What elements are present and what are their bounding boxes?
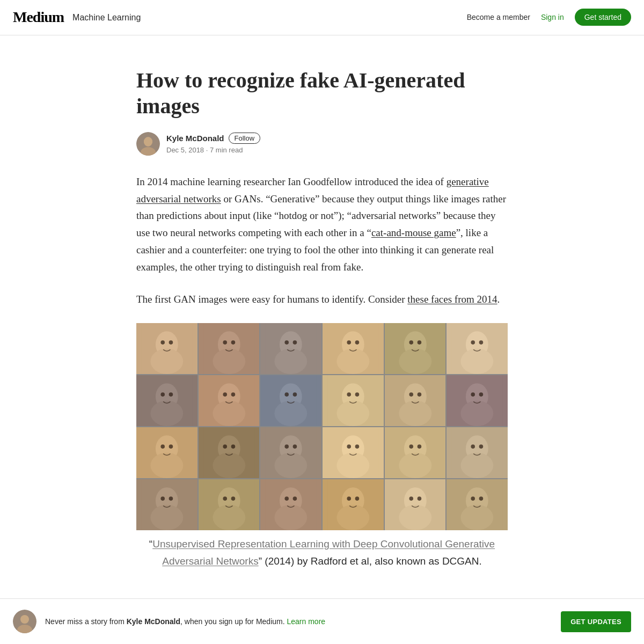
face-cell	[199, 479, 260, 530]
svg-point-101	[213, 504, 245, 530]
svg-point-83	[355, 444, 360, 449]
svg-point-22	[347, 340, 351, 345]
svg-point-17	[285, 340, 289, 345]
svg-point-57	[409, 392, 413, 397]
face-cell	[136, 375, 197, 426]
face-cell	[447, 323, 508, 374]
svg-point-8	[169, 340, 173, 345]
face-cell	[260, 479, 321, 530]
author-name[interactable]: Kyle McDonald	[166, 132, 224, 145]
article-main: How to recognize fake AI-generated image…	[123, 35, 521, 630]
face-cell	[260, 375, 321, 426]
face-cell	[323, 375, 384, 426]
author-info: Kyle McDonald Follow Dec 5, 2018 · 7 min…	[166, 132, 260, 156]
svg-point-46	[275, 400, 308, 426]
svg-point-56	[399, 400, 431, 426]
svg-point-36	[150, 400, 183, 426]
svg-point-112	[347, 496, 351, 501]
face-cell	[136, 323, 197, 374]
svg-point-77	[285, 444, 289, 449]
article-body: In 2014 machine learning researcher Ian …	[136, 173, 508, 570]
svg-point-42	[223, 392, 227, 397]
author-meta: Dec 5, 2018 · 7 min read	[166, 145, 260, 156]
svg-point-92	[471, 444, 475, 449]
medium-logo[interactable]: Medium	[13, 5, 64, 30]
svg-point-76	[275, 452, 308, 478]
svg-point-38	[169, 392, 173, 397]
svg-point-18	[293, 340, 297, 345]
face-cell	[385, 479, 446, 530]
these-faces-link[interactable]: these faces from 2014	[407, 294, 497, 305]
face-cell	[199, 375, 260, 426]
svg-point-47	[285, 392, 289, 397]
svg-point-111	[336, 504, 369, 530]
header-left: Medium Machine Learning	[13, 5, 467, 30]
svg-point-41	[213, 400, 245, 426]
sign-in-link[interactable]: Sign in	[541, 11, 564, 23]
bottom-banner: Never miss a story from Kyle McDonald, w…	[0, 598, 644, 630]
cat-mouse-link[interactable]: cat-and-mouse game	[371, 227, 456, 238]
svg-point-91	[461, 452, 494, 478]
face-cell	[323, 479, 384, 530]
publication-name[interactable]: Machine Learning	[72, 11, 141, 25]
svg-point-78	[293, 444, 297, 449]
svg-point-121	[461, 504, 494, 530]
svg-point-7	[160, 340, 165, 345]
svg-point-6	[150, 348, 183, 374]
svg-point-73	[231, 444, 235, 449]
face-cell	[385, 323, 446, 374]
svg-point-88	[417, 444, 421, 449]
svg-point-122	[471, 496, 475, 501]
banner-avatar	[13, 610, 36, 630]
svg-point-118	[417, 496, 421, 501]
svg-point-53	[355, 392, 360, 397]
paragraph-2: The first GAN images were easy for human…	[136, 291, 508, 308]
face-cell	[385, 427, 446, 478]
image-grid-container: “Unsupervised Representation Learning wi…	[136, 323, 508, 570]
svg-point-12	[223, 340, 227, 345]
svg-point-86	[399, 452, 431, 478]
svg-point-67	[160, 444, 165, 449]
author-row: Kyle McDonald Follow Dec 5, 2018 · 7 min…	[136, 132, 508, 156]
svg-point-117	[409, 496, 413, 501]
svg-point-96	[150, 504, 183, 530]
face-cell	[199, 427, 260, 478]
svg-point-27	[409, 340, 413, 345]
follow-button[interactable]: Follow	[229, 133, 261, 144]
face-cell	[199, 323, 260, 374]
banner-text: Never miss a story from Kyle McDonald, w…	[45, 616, 552, 627]
svg-point-48	[293, 392, 297, 397]
svg-point-33	[479, 340, 484, 345]
become-member-link[interactable]: Become a member	[467, 11, 530, 23]
svg-point-116	[399, 504, 431, 530]
svg-point-62	[471, 392, 475, 397]
get-started-button[interactable]: Get started	[575, 9, 631, 26]
paragraph-1: In 2014 machine learning researcher Ian …	[136, 173, 508, 276]
face-cell	[447, 427, 508, 478]
site-header: Medium Machine Learning Become a member …	[0, 0, 644, 35]
svg-point-63	[479, 392, 484, 397]
faces-image-grid	[136, 323, 508, 530]
face-cell	[385, 375, 446, 426]
svg-point-82	[347, 444, 351, 449]
svg-point-107	[285, 496, 289, 501]
face-cell	[323, 323, 384, 374]
svg-point-113	[355, 496, 360, 501]
svg-point-13	[231, 340, 235, 345]
header-nav: Become a member Sign in Get started	[467, 9, 631, 26]
svg-point-98	[169, 496, 173, 501]
svg-point-87	[409, 444, 413, 449]
learn-more-link[interactable]: Learn more	[287, 617, 326, 626]
svg-point-81	[336, 452, 369, 478]
author-name-row: Kyle McDonald Follow	[166, 132, 260, 145]
svg-point-93	[479, 444, 484, 449]
get-updates-button[interactable]: GET UPDATES	[561, 611, 631, 630]
svg-point-23	[355, 340, 360, 345]
article-title: How to recognize fake AI-generated image…	[136, 68, 508, 119]
face-cell	[260, 323, 321, 374]
svg-point-16	[275, 348, 308, 374]
svg-point-125	[20, 615, 29, 624]
svg-point-26	[399, 348, 431, 374]
svg-point-108	[293, 496, 297, 501]
svg-point-28	[417, 340, 421, 345]
